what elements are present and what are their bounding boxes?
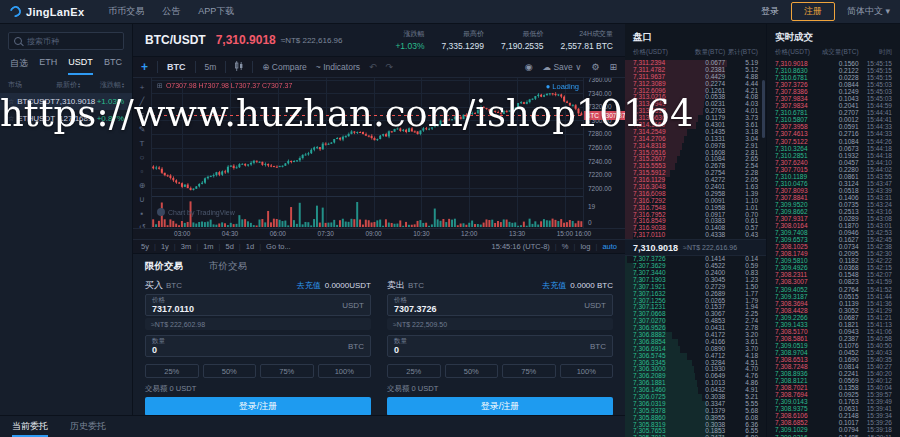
toolbar-right: ◉ ☁ Save ∨ ⚙ ⊞ [525, 62, 617, 72]
market-tab-ETH[interactable]: ETH [39, 57, 57, 75]
percent-button-50%[interactable]: 50% [203, 364, 257, 378]
range-Go to...[interactable]: Go to... [266, 242, 291, 251]
trade-time: 15:39:41 [859, 405, 892, 412]
compare-button[interactable]: ⊕ Compare [262, 62, 306, 72]
brand-logo-icon [8, 4, 23, 19]
orderbook-scrollbar[interactable] [762, 80, 765, 138]
fib-icon[interactable]: ≡ [140, 112, 145, 120]
market-pair-row[interactable]: ☆BTCUSDT7,310.9018+1.03% [0, 93, 132, 110]
save-button[interactable]: ☁ Save ∨ [543, 62, 582, 72]
time-axis[interactable]: 03:0004:3006:0007:3009:0010:3012:0013:30… [133, 229, 625, 240]
legend-toggle-icon[interactable]: ⊞ [157, 82, 163, 89]
range-3m[interactable]: 3m [181, 242, 191, 251]
buy-amount-input[interactable]: 数量0 BTC [145, 335, 371, 357]
stat-value: +1.03% [395, 41, 424, 51]
lock-icon[interactable]: ▪ [141, 210, 144, 218]
trade-row: 7,307.83860.124915:45:03 [767, 88, 900, 95]
buy-recharge-link[interactable]: 去充值 [297, 280, 321, 291]
sell-total: 交易额 0 USDT [387, 384, 613, 394]
market-tab-自选[interactable]: 自选 [10, 57, 28, 75]
trade-volume: 0.0368 [821, 264, 858, 271]
percent-button-100%[interactable]: 100% [560, 364, 614, 378]
percent-button-25%[interactable]: 25% [387, 364, 441, 378]
tradingview-attribution[interactable]: Chart by TradingView [157, 208, 235, 216]
trade-row: 7,309.95200.073515:43:24 [767, 201, 900, 208]
percent-button-75%[interactable]: 75% [502, 364, 556, 378]
language-selector[interactable]: 简体中文 ▾ [847, 5, 890, 18]
percent-button-50%[interactable]: 50% [445, 364, 499, 378]
candlestick-canvas[interactable] [152, 78, 583, 228]
market-tabs: 自选ETHUSDTBTC [0, 57, 132, 75]
percent-button-100%[interactable]: 100% [318, 364, 372, 378]
orders-tab-当前委托[interactable]: 当前委托 [12, 420, 48, 437]
search-input[interactable]: 搜索币种 [8, 32, 124, 50]
price-axis[interactable]: 7360.007340.007320.007300.007280.007260.… [583, 78, 625, 228]
price-chart[interactable]: +╱≡✎T○▫⊕∪▪↺∨ ⊞O7307.98 H7307.98 L7307.37… [133, 78, 625, 229]
order-tab-限价交易[interactable]: 限价交易 [145, 260, 183, 273]
range-1m[interactable]: 1m [203, 242, 213, 251]
trade-volume: 0.1690 [821, 356, 858, 363]
trade-volume: 0.1870 [821, 222, 858, 229]
shapes-icon[interactable]: ○ [140, 154, 145, 162]
footer-right: 15:45:16 (UTC-8) | % | log | auto [491, 242, 617, 251]
range-1d[interactable]: 1d [246, 242, 254, 251]
sell-price-input[interactable]: 价格7307.3726 USDT [387, 294, 613, 316]
undo-icon[interactable]: ↶ [369, 62, 377, 72]
sell-amount-input[interactable]: 数量0 BTC [387, 335, 613, 357]
col-last-price[interactable]: 最新价▴▾ [56, 80, 100, 90]
interval-selector[interactable]: 5m [205, 62, 217, 72]
auto-scale-button[interactable]: auto [602, 242, 617, 251]
market-tab-USDT[interactable]: USDT [68, 57, 93, 75]
candle-style-icon[interactable] [235, 61, 243, 73]
market-pair-row[interactable]: ☆ETHUSDT127.1689+0.87% [0, 110, 132, 127]
zoom-icon[interactable]: ⊕ [139, 182, 146, 190]
chart-symbol[interactable]: BTC [167, 62, 186, 72]
chart-settings-icon[interactable]: ⚙ [591, 62, 599, 72]
favorite-star-icon[interactable]: ☆ [8, 98, 14, 106]
ask-row[interactable]: 7,317.01100.43380.43 [625, 232, 766, 239]
percent-button-75%[interactable]: 75% [260, 364, 314, 378]
magnet-icon[interactable]: ∪ [139, 196, 145, 204]
fullscreen-icon[interactable]: ⊞ [609, 62, 617, 72]
range-1y[interactable]: 1y [161, 242, 169, 251]
order-tab-市价交易[interactable]: 市价交易 [209, 260, 247, 273]
nav-item-APP下载[interactable]: APP下载 [198, 5, 234, 18]
trade-volume: 0.0735 [821, 201, 858, 208]
indicators-button[interactable]: ~ Indicators [316, 62, 360, 72]
orders-tab-历史委托[interactable]: 历史委托 [70, 420, 106, 437]
login-link[interactable]: 登录 [761, 5, 779, 18]
text-icon[interactable]: T [140, 140, 145, 148]
sell-form: 卖出 BTC 去充值 0.0000 BTC 价格7307.3726 USDT ≈… [387, 279, 613, 416]
exchange-app: JingLanEx 币币交易公告APP下载 登录 注册 简体中文 ▾ 搜索币种 … [0, 0, 900, 437]
nav-item-公告[interactable]: 公告 [162, 5, 180, 18]
trade-row: 7,310.90180.156015:45:15 [767, 60, 900, 67]
crosshair-icon[interactable]: + [140, 84, 145, 92]
buy-price-input[interactable]: 价格7317.0110 USDT [145, 294, 371, 316]
trade-time: 15:44:02 [859, 166, 892, 173]
range-5y[interactable]: 5y [141, 242, 149, 251]
screenshot-icon[interactable]: ◉ [525, 62, 533, 72]
brush-icon[interactable]: ✎ [139, 126, 146, 134]
mid-fiat: ≈NT$ 222,616.96 [683, 244, 737, 251]
nav-item-币币交易[interactable]: 币币交易 [108, 5, 144, 18]
time-tick: 10:30 [413, 230, 429, 237]
percent-button-25%[interactable]: 25% [145, 364, 199, 378]
trendline-icon[interactable]: ╱ [140, 98, 145, 106]
trade-volume: 0.1763 [821, 398, 858, 405]
sell-recharge-link[interactable]: 去充值 [542, 280, 566, 291]
trade-volume: 0.1358 [821, 384, 858, 391]
percent-scale-button[interactable]: % [562, 242, 569, 251]
redo-icon[interactable]: ↷ [386, 62, 394, 72]
register-button[interactable]: 注册 [791, 2, 835, 21]
log-scale-button[interactable]: log [580, 242, 590, 251]
buy-amount-value: 0 [152, 345, 348, 355]
market-tab-BTC[interactable]: BTC [104, 57, 122, 75]
buy-price-unit: USDT [342, 301, 364, 310]
sell-login-register-button[interactable]: 登录/注册 [387, 397, 613, 416]
measure-icon[interactable]: ▫ [141, 168, 144, 176]
favorite-star-icon[interactable]: ☆ [8, 115, 14, 123]
trade-volume: 0.0734 [821, 243, 858, 250]
range-5d[interactable]: 5d [226, 242, 234, 251]
buy-login-register-button[interactable]: 登录/注册 [145, 397, 371, 416]
col-change[interactable]: 涨跌幅▴▾ [100, 80, 124, 90]
